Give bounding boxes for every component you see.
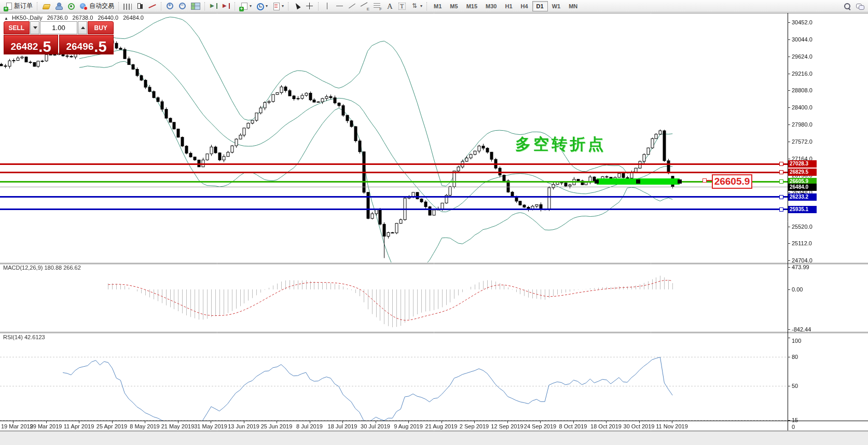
timeframe-w1-button[interactable]: W1 [548, 1, 565, 11]
date-axis-label: 19 Mar 2019 [1, 423, 33, 429]
label-button[interactable] [396, 1, 408, 11]
rectangle-handle[interactable] [678, 179, 682, 184]
timeframe-m1-button[interactable]: M1 [430, 1, 446, 11]
market-watch-button[interactable] [40, 1, 52, 11]
community-button[interactable] [52, 1, 65, 11]
auto-trading-label: 自动交易 [89, 2, 114, 10]
rectangle-handle[interactable] [595, 179, 599, 184]
caret-down-icon [33, 26, 37, 29]
indicators-button[interactable]: ▾ [238, 1, 254, 11]
current-price-line [0, 187, 788, 187]
price-axis-tick: 24704.0 [792, 257, 812, 263]
sell-price-button[interactable]: 26482.5 [4, 35, 58, 54]
macd-label: MACD(12,26,9) 180.88 266.62 [3, 265, 81, 271]
chart-shift-button[interactable] [220, 1, 232, 11]
rsi-axis-tick: 15 [792, 417, 798, 423]
collapse-arrow-icon[interactable]: ▲ [4, 16, 8, 21]
trendline-button[interactable] [346, 1, 359, 11]
fibonacci-button[interactable] [371, 1, 383, 11]
chart-canvas[interactable] [0, 0, 868, 445]
toolbar-separator [37, 2, 38, 10]
timeframe-h4-button[interactable]: H4 [517, 1, 532, 11]
volume-input[interactable] [40, 21, 77, 34]
timeframe-m30-button[interactable]: M30 [481, 1, 501, 11]
timeframe-d1-button[interactable]: D1 [532, 1, 548, 11]
cursor-button[interactable] [291, 1, 304, 11]
zoom-out-button[interactable] [176, 1, 189, 11]
auto-scroll-button[interactable] [208, 1, 220, 11]
date-axis-label: 11 Apr 2019 [64, 423, 94, 429]
arrows-button[interactable]: ▾ [408, 1, 424, 11]
new-order-button[interactable]: 新订单 [2, 1, 35, 11]
line-end-handle[interactable] [779, 207, 783, 212]
caret-down-icon: ▾ [250, 4, 252, 8]
volume-increase-button[interactable] [78, 21, 87, 34]
vertical-line-button[interactable] [321, 1, 334, 11]
toolbar-separator [204, 2, 205, 10]
candlestick-chart-button[interactable] [134, 1, 146, 11]
date-axis-label: 12 Sep 2019 [491, 423, 523, 429]
indicators-icon [240, 2, 248, 10]
templates-button[interactable]: ▾ [270, 1, 286, 11]
cursor-icon [293, 2, 301, 10]
horizontal-line-button[interactable] [334, 1, 346, 11]
chat-button[interactable] [853, 1, 866, 11]
buy-button[interactable]: BUY [88, 21, 114, 34]
symbol-period: HK50-,Daily [12, 15, 43, 21]
line-chart-icon [148, 2, 157, 10]
sell-button[interactable]: SELL [4, 21, 30, 34]
price-axis-tick: 25112.0 [792, 240, 812, 246]
price-axis-tick: 28400.0 [792, 104, 812, 110]
line-chart-button[interactable] [146, 1, 159, 11]
timeframe-h1-button[interactable]: H1 [501, 1, 516, 11]
horizontal-level-line[interactable] [0, 172, 788, 173]
horizontal-level-line[interactable] [0, 196, 788, 198]
macd-axis-tick: -842.44 [792, 326, 811, 332]
date-axis-label: 18 Oct 2019 [590, 423, 622, 429]
tile-windows-button[interactable] [189, 1, 202, 11]
line-end-handle[interactable] [779, 170, 783, 174]
timeframe-m5-button[interactable]: M5 [446, 1, 462, 11]
rsi-axis-tick: 0 [792, 424, 795, 430]
timeframe-mn-button[interactable]: MN [564, 1, 582, 11]
price-callout[interactable]: 26605.9 [712, 174, 752, 189]
person-icon [54, 2, 63, 10]
bar-chart-button[interactable] [121, 1, 134, 11]
auto-trading-button[interactable]: 自动交易 [77, 1, 116, 11]
tile-windows-icon [191, 3, 200, 10]
annotation-text[interactable]: 多空转折点 [515, 134, 606, 155]
rectangle-handle[interactable] [636, 179, 640, 184]
crosshair-button[interactable] [304, 1, 316, 11]
price-line-tag: 26829.5 [788, 169, 817, 176]
text-button[interactable] [383, 1, 396, 11]
channel-icon [361, 2, 369, 10]
trendline-icon [348, 2, 356, 10]
macd-axis-tick: 473.99 [792, 264, 809, 270]
chat-icon [856, 2, 864, 10]
periods-button[interactable]: ▾ [254, 1, 270, 11]
price-line-tag: 27028.3 [788, 160, 817, 168]
price-line-tag: 26233.2 [788, 193, 817, 201]
channel-button[interactable] [359, 1, 371, 11]
date-axis-label: 21 May 2019 [161, 423, 195, 429]
signals-button[interactable] [65, 1, 77, 11]
horizontal-level-line[interactable] [0, 163, 788, 165]
crosshair-icon [306, 2, 314, 10]
date-axis-label: 11 Nov 2019 [656, 423, 688, 429]
search-button[interactable] [841, 1, 853, 11]
zoom-in-button[interactable] [164, 1, 176, 11]
volume-decrease-button[interactable] [30, 21, 39, 34]
price-axis-tick: 25520.0 [792, 224, 812, 230]
line-end-handle[interactable] [779, 179, 783, 184]
toolbar-separator [235, 2, 236, 10]
price-line-tag: 25935.1 [788, 206, 817, 213]
date-axis-label: 8 Oct 2019 [559, 423, 587, 429]
zoom-out-icon [178, 2, 187, 10]
horizontal-level-line[interactable] [0, 208, 788, 210]
timeframe-m15-button[interactable]: M15 [462, 1, 481, 11]
arrows-icon [410, 2, 419, 10]
line-end-handle[interactable] [779, 162, 783, 166]
autotrading-icon [79, 2, 88, 10]
line-end-handle[interactable] [779, 195, 783, 199]
buy-price-button[interactable]: 26496.5 [59, 35, 114, 54]
